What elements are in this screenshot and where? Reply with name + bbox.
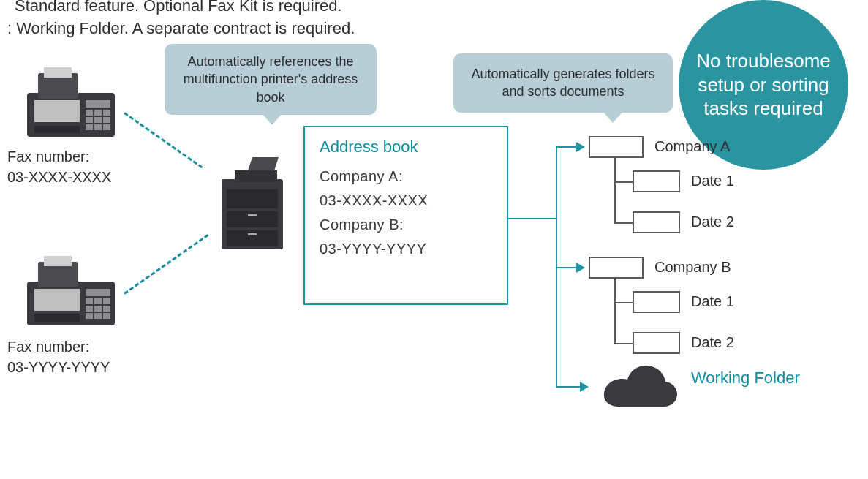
fax-machine-icon	[23, 67, 118, 140]
connector-line	[556, 146, 557, 386]
address-book: Address book Company A: 03-XXXX-XXXX Com…	[303, 126, 508, 305]
folder-label-date: Date 1	[691, 173, 734, 189]
connector-line	[556, 146, 578, 148]
cloud-label: Working Folder	[691, 368, 800, 389]
fax-b-label-line2: 03-YYYY-YYYY	[7, 359, 110, 375]
callout-sort-text: Automatically generates folders and sort…	[471, 67, 654, 99]
svg-rect-29	[103, 313, 110, 319]
svg-rect-22	[94, 298, 102, 304]
connector-line	[556, 267, 578, 268]
svg-rect-20	[86, 289, 110, 296]
svg-rect-12	[86, 124, 93, 130]
svg-rect-37	[248, 233, 257, 235]
svg-rect-32	[235, 170, 277, 182]
address-book-entry-a-number: 03-XXXX-XXXX	[320, 192, 492, 209]
svg-rect-10	[94, 117, 102, 123]
fax-machine-icon	[23, 256, 118, 329]
svg-rect-35	[227, 230, 278, 246]
svg-rect-17	[44, 256, 72, 266]
svg-rect-25	[94, 306, 102, 312]
fax-a-label-line1: Fax number:	[7, 148, 89, 165]
svg-rect-23	[103, 298, 110, 304]
svg-rect-14	[103, 124, 110, 130]
address-book-entry-b-name: Company B:	[320, 216, 492, 233]
caption-line-2: : Working Folder. A separate contract is…	[7, 19, 355, 38]
folder-icon	[633, 170, 680, 192]
connector-line	[508, 218, 556, 219]
folder-label-date: Date 1	[691, 293, 734, 310]
tree-connector	[614, 279, 616, 344]
address-book-title: Address book	[320, 137, 492, 156]
svg-rect-13	[94, 124, 102, 130]
arrow-right-icon	[580, 382, 589, 392]
folder-label-company-b: Company B	[654, 259, 731, 276]
svg-rect-4	[34, 126, 80, 133]
fax-b-label: Fax number: 03-YYYY-YYYY	[7, 336, 154, 377]
fax-a-label-line2: 03-XXXX-XXXX	[7, 169, 111, 185]
arrow-right-icon	[576, 142, 585, 152]
svg-rect-26	[103, 306, 110, 312]
caption-line-1: Standard feature. Optional Fax Kit is re…	[15, 0, 342, 15]
tree-connector	[614, 302, 633, 303]
svg-rect-18	[34, 289, 80, 311]
arrow-right-icon	[576, 263, 585, 273]
svg-rect-3	[34, 100, 80, 122]
svg-rect-21	[86, 298, 93, 304]
folder-icon	[589, 257, 644, 279]
svg-rect-27	[86, 313, 93, 319]
folder-label-date: Date 2	[691, 214, 734, 230]
callout-references-text: Automatically references the multifuncti…	[184, 54, 358, 105]
svg-rect-9	[86, 117, 93, 123]
svg-rect-11	[103, 117, 110, 123]
svg-rect-8	[103, 110, 110, 116]
svg-rect-2	[44, 67, 72, 78]
folder-icon	[633, 291, 680, 313]
address-book-entry-a-name: Company A:	[320, 168, 492, 185]
tree-connector	[614, 343, 633, 344]
badge-text: No troublesome setup or sorting tasks re…	[693, 49, 834, 121]
svg-rect-24	[86, 306, 93, 312]
address-book-entry-b-number: 03-YYYY-YYYY	[320, 241, 492, 257]
svg-rect-28	[94, 313, 102, 319]
svg-rect-34	[227, 211, 278, 227]
svg-rect-19	[34, 314, 80, 322]
folder-icon	[633, 332, 680, 354]
connector-line	[556, 386, 581, 388]
fax-b-label-line1: Fax number:	[7, 339, 89, 355]
multifunction-printer-icon	[216, 157, 289, 252]
tree-connector	[614, 181, 633, 183]
svg-rect-36	[248, 214, 257, 216]
svg-rect-33	[227, 189, 278, 208]
callout-references: Automatically references the multifuncti…	[165, 44, 377, 115]
tree-connector	[614, 158, 616, 224]
folder-icon	[633, 211, 680, 233]
svg-rect-7	[94, 110, 102, 116]
tree-connector	[614, 222, 633, 224]
cloud-icon	[600, 364, 680, 423]
folder-label-company-a: Company A	[654, 138, 730, 155]
folder-icon	[589, 136, 644, 158]
svg-rect-6	[86, 110, 93, 116]
folder-label-date: Date 2	[691, 334, 734, 351]
connector-dashed	[124, 234, 208, 295]
fax-a-label: Fax number: 03-XXXX-XXXX	[7, 146, 154, 187]
callout-sort: Automatically generates folders and sort…	[453, 53, 673, 113]
svg-rect-5	[86, 100, 110, 108]
